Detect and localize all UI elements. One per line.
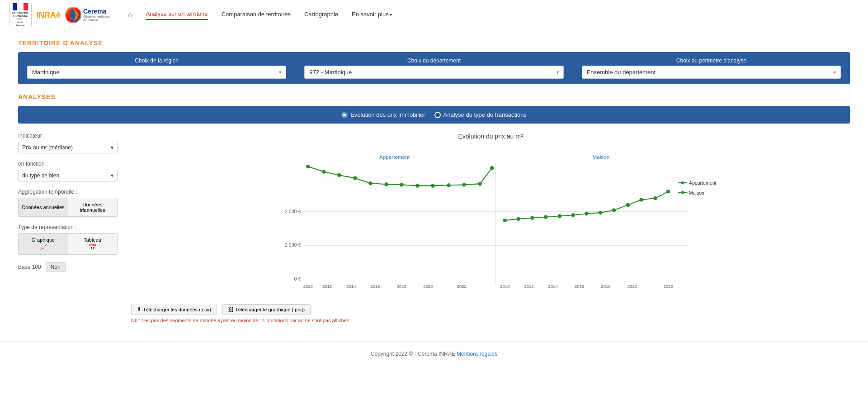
perimetre-arrow-icon: ▾ bbox=[834, 70, 836, 75]
analysis-content: Indicateur : Prix au m² (médiane) ▾ en f… bbox=[18, 133, 850, 323]
home-icon[interactable]: ⌂ bbox=[128, 11, 132, 19]
svg-point-48 bbox=[639, 198, 643, 202]
svg-point-31 bbox=[400, 183, 404, 187]
svg-text:2018: 2018 bbox=[397, 284, 406, 289]
btn-download-csv[interactable]: ⬇ Télécharger les données (.csv) bbox=[131, 304, 217, 315]
chart-wrapper: 0 € 1 000 € 2 000 € Appartement Maison 2… bbox=[131, 144, 850, 298]
base100-value[interactable]: Non bbox=[46, 262, 66, 272]
chart-note: Nb : Les prix des segments de marché aya… bbox=[131, 318, 850, 323]
header: RÉPUBLIQUEFRANÇAISELibertéÉgalitéFratern… bbox=[0, 0, 868, 30]
nav-cartographie[interactable]: Cartographie bbox=[304, 11, 338, 19]
svg-point-37 bbox=[490, 166, 494, 170]
svg-point-46 bbox=[612, 208, 616, 212]
nav-en-savoir-plus[interactable]: En savoir plus bbox=[352, 11, 392, 19]
svg-text:2 000 €: 2 000 € bbox=[285, 209, 301, 214]
btn-download-png-label: Télécharger le graphique (.png) bbox=[235, 307, 305, 312]
fonction-value: du type de bien bbox=[22, 172, 59, 179]
svg-text:Maison: Maison bbox=[593, 154, 610, 160]
aggregation-toggle: Données annuelles Données triannuelles bbox=[18, 198, 118, 217]
svg-text:2016: 2016 bbox=[575, 284, 584, 289]
radio-analyse-transactions[interactable]: Analyse du type de transactions bbox=[434, 111, 527, 118]
svg-text:2014: 2014 bbox=[346, 284, 356, 289]
indicateur-arrow-icon: ▾ bbox=[111, 144, 113, 151]
tableau-label: Tableau bbox=[84, 237, 101, 243]
base100-label: Base 100 bbox=[18, 264, 41, 270]
chart-title: Evolution du prix au m² bbox=[131, 133, 850, 140]
svg-point-38 bbox=[503, 219, 507, 223]
note-text: Nb : Les prix des segments de marché aya… bbox=[131, 318, 349, 323]
analyses-section: ANALYSES Evolution des prix immobilier A… bbox=[18, 93, 850, 124]
fonction-select[interactable]: du type de bien ▾ bbox=[18, 170, 118, 181]
cerema-logo: Cerema Climat et territoiresde demain bbox=[65, 7, 110, 23]
dept-group: Choix du département 972 - Martinique ▾ bbox=[304, 57, 563, 79]
svg-text:2012: 2012 bbox=[322, 284, 332, 289]
svg-text:2012: 2012 bbox=[524, 284, 533, 289]
svg-text:2022: 2022 bbox=[664, 284, 673, 289]
radio-evolution-label: Evolution des prix immobilier bbox=[350, 111, 425, 118]
svg-point-40 bbox=[530, 216, 534, 220]
indicateur-label: Indicateur : bbox=[18, 133, 118, 139]
svg-point-42 bbox=[558, 214, 562, 218]
svg-point-39 bbox=[516, 217, 520, 221]
svg-point-49 bbox=[653, 196, 657, 200]
svg-point-35 bbox=[462, 183, 466, 187]
btn-download-png[interactable]: 🖼 Télécharger le graphique (.png) bbox=[222, 304, 311, 315]
representation-group: Type de représentation : Graphique 📈 Tab… bbox=[18, 224, 118, 255]
svg-point-25 bbox=[306, 165, 310, 169]
aggregation-label: Aggrégation temporelle : bbox=[18, 189, 118, 195]
footer: Copyright 2022 © - Cerema INRAE Mentions… bbox=[0, 341, 868, 366]
btn-graphique[interactable]: Graphique 📈 bbox=[19, 234, 68, 254]
btn-tableau[interactable]: Tableau 📅 bbox=[68, 234, 117, 254]
representation-toggle: Graphique 📈 Tableau 📅 bbox=[18, 233, 118, 255]
indicateur-select[interactable]: Prix au m² (médiane) ▾ bbox=[18, 142, 118, 153]
radio-evolution-prix[interactable]: Evolution des prix immobilier bbox=[341, 111, 425, 118]
region-select[interactable]: Martinique ▾ bbox=[27, 66, 286, 79]
btn-triannuelles[interactable]: Données triannuelles bbox=[68, 198, 117, 216]
territoire-title: TERRITOIRE D'ANALYSE bbox=[18, 39, 850, 47]
svg-text:2014: 2014 bbox=[548, 284, 558, 289]
region-group: Choix de la région Martinique ▾ bbox=[27, 57, 286, 79]
svg-point-26 bbox=[322, 170, 326, 174]
svg-point-34 bbox=[447, 183, 451, 187]
chart-svg: 0 € 1 000 € 2 000 € Appartement Maison 2… bbox=[131, 144, 850, 298]
chart-actions: ⬇ Télécharger les données (.csv) 🖼 Téléc… bbox=[131, 304, 850, 315]
graphique-icon: 📈 bbox=[21, 243, 65, 251]
territoire-panel: Choix de la région Martinique ▾ Choix du… bbox=[18, 52, 850, 84]
svg-point-30 bbox=[384, 182, 388, 186]
aggregation-group: Aggrégation temporelle : Données annuell… bbox=[18, 189, 118, 217]
svg-point-36 bbox=[478, 182, 482, 186]
inrae-logo: INRAé bbox=[36, 10, 61, 20]
svg-point-45 bbox=[599, 211, 603, 215]
svg-point-43 bbox=[571, 213, 576, 217]
region-arrow-icon: ▾ bbox=[279, 70, 281, 75]
nav-analyse-territoire[interactable]: Analyse sur un territoire bbox=[146, 10, 208, 20]
dept-value: 972 - Martinique bbox=[309, 69, 352, 76]
svg-point-27 bbox=[337, 173, 341, 177]
perimetre-value: Ensemble du département bbox=[587, 69, 656, 76]
footer-link[interactable]: Mentions légales bbox=[457, 351, 497, 357]
svg-text:2010: 2010 bbox=[500, 284, 509, 289]
nav-comparaison[interactable]: Comparaison de territoires bbox=[222, 11, 291, 19]
svg-text:2016: 2016 bbox=[370, 284, 380, 289]
btn-annuelles[interactable]: Données annuelles bbox=[19, 198, 68, 216]
svg-text:Appartement: Appartement bbox=[379, 154, 410, 160]
perimetre-select[interactable]: Ensemble du département ▾ bbox=[582, 66, 841, 79]
footer-text: Copyright 2022 © - Cerema INRAE bbox=[371, 351, 457, 357]
analyses-title: ANALYSES bbox=[18, 93, 850, 100]
indicateur-value: Prix au m² (médiane) bbox=[22, 144, 73, 151]
svg-text:1 000 €: 1 000 € bbox=[285, 242, 301, 248]
analyses-panel: Evolution des prix immobilier Analyse du… bbox=[18, 106, 850, 124]
chart-area: Evolution du prix au m² 0 € 1 000 € 2 00… bbox=[131, 133, 850, 323]
download-png-icon: 🖼 bbox=[228, 307, 233, 312]
svg-text:0 €: 0 € bbox=[294, 276, 301, 282]
radio-evolution-icon bbox=[341, 112, 348, 118]
republique-francaise-logo: RÉPUBLIQUEFRANÇAISELibertéÉgalitéFratern… bbox=[9, 4, 32, 26]
region-label: Choix de la région bbox=[27, 57, 286, 64]
download-csv-icon: ⬇ bbox=[137, 306, 141, 312]
main-content: TERRITOIRE D'ANALYSE Choix de la région … bbox=[0, 30, 868, 332]
fonction-arrow-icon: ▾ bbox=[111, 172, 113, 179]
dept-select[interactable]: 972 - Martinique ▾ bbox=[304, 66, 563, 79]
svg-point-52 bbox=[681, 181, 684, 184]
svg-text:2022: 2022 bbox=[457, 284, 467, 289]
dept-arrow-icon: ▾ bbox=[557, 70, 559, 75]
